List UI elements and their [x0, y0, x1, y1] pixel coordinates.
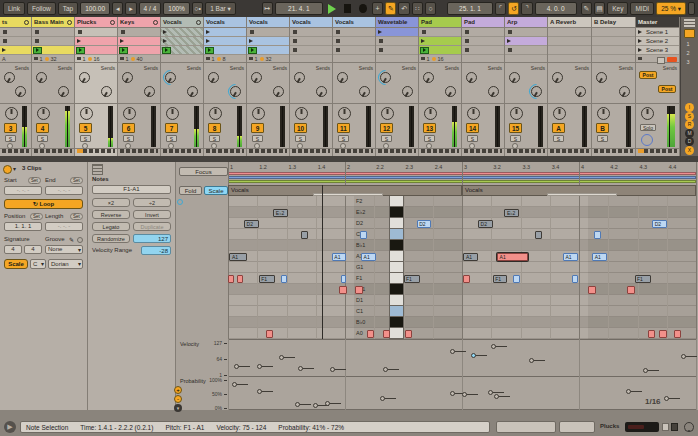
clip-slot[interactable]	[376, 37, 418, 46]
metronome-icon[interactable]: ○•	[192, 2, 203, 15]
signature-denominator-field[interactable]: 4	[24, 245, 42, 254]
track-header[interactable]: Vocals	[333, 17, 375, 28]
solo-button[interactable]: S	[295, 135, 306, 142]
midi-note[interactable]	[301, 231, 308, 239]
midi-note[interactable]: F1	[493, 275, 508, 283]
arrangement-position-field[interactable]: 21. 4. 1	[275, 2, 323, 14]
send-a-knob[interactable]	[122, 72, 133, 83]
send-a-knob[interactable]	[423, 72, 434, 83]
clip-slot[interactable]	[548, 37, 591, 46]
double-time-button[interactable]: ÷2	[133, 198, 171, 207]
midi-note[interactable]	[355, 286, 363, 294]
clip-slot[interactable]	[290, 28, 332, 37]
solo-button[interactable]: S	[37, 135, 48, 142]
midi-note[interactable]	[405, 330, 412, 338]
solo-button[interactable]: S	[5, 135, 16, 142]
scene-launch-icon[interactable]	[638, 39, 642, 43]
nudge-down-icon[interactable]: ◂	[112, 2, 123, 15]
clip-slot[interactable]	[75, 37, 117, 46]
track-activator-button[interactable]: 12	[380, 123, 393, 133]
send-a-knob[interactable]	[4, 72, 15, 83]
pan-knob[interactable]	[467, 107, 480, 120]
pan-knob[interactable]	[424, 107, 437, 120]
midi-note[interactable]	[674, 330, 681, 338]
session-record-icon[interactable]: ○	[425, 2, 436, 15]
arrangement-record-button[interactable]	[359, 4, 367, 13]
clip-slot[interactable]	[592, 46, 635, 55]
follow-arrow-icon[interactable]: ↦	[262, 2, 273, 15]
velocity-marker[interactable]	[234, 364, 239, 369]
pan-knob[interactable]	[209, 107, 222, 120]
end-set-button[interactable]: Set	[70, 177, 83, 184]
pan-knob[interactable]	[510, 107, 523, 120]
reverse-button[interactable]: Reverse	[92, 210, 130, 219]
track-activator-button[interactable]: 6	[122, 123, 135, 133]
clip-slot[interactable]	[247, 28, 289, 37]
send-b-knob[interactable]	[316, 86, 327, 97]
length-set-button[interactable]: Set	[70, 213, 83, 220]
crossfade-assign[interactable]	[421, 149, 459, 153]
track-header[interactable]: A Reverb	[548, 17, 591, 28]
capture-midi-icon[interactable]: ∷	[412, 2, 423, 15]
scene-row[interactable]: Scene 2	[636, 37, 679, 46]
midi-note[interactable]	[572, 275, 578, 283]
groove-commit-icon[interactable]	[77, 237, 83, 243]
clip-slot[interactable]	[462, 46, 504, 55]
loop-switch-icon[interactable]: ↺	[508, 2, 519, 15]
midi-overdub-icon[interactable]: +	[372, 2, 383, 15]
pan-knob[interactable]	[37, 107, 50, 120]
clip-slot[interactable]	[592, 28, 635, 37]
scale-highlight-button[interactable]: Scale	[204, 186, 228, 195]
track-activator-button[interactable]: 9	[251, 123, 264, 133]
probability-marker[interactable]	[462, 392, 467, 397]
key-map-button[interactable]: Key	[607, 2, 628, 14]
scene-launch-icon[interactable]	[638, 30, 642, 34]
midi-note[interactable]	[339, 286, 347, 294]
velocity-marker[interactable]	[491, 344, 496, 349]
automation-arm-icon[interactable]: ✎	[385, 2, 396, 15]
start-value-field[interactable]: -. -. -	[4, 186, 42, 195]
midi-note[interactable]: D2	[417, 220, 432, 228]
clip-slot[interactable]	[548, 46, 591, 55]
groove-select[interactable]: None▾	[45, 245, 83, 254]
track-activator-button[interactable]: A	[552, 123, 565, 133]
clip-playing-button[interactable]	[33, 47, 42, 54]
track-header[interactable]: B Delay	[592, 17, 635, 28]
start-set-button[interactable]: Set	[28, 177, 41, 184]
crossfade-assign[interactable]	[292, 149, 330, 153]
notification-bell-icon[interactable]	[684, 422, 694, 432]
pan-knob[interactable]	[381, 107, 394, 120]
send-b-knob[interactable]	[359, 86, 370, 97]
send-a-knob[interactable]	[251, 72, 262, 83]
computer-midi-keyboard-icon[interactable]: ▤	[594, 2, 605, 15]
solo-button[interactable]: S	[553, 135, 564, 142]
scene-row[interactable]: Scene 3	[636, 46, 679, 55]
pan-knob[interactable]	[597, 107, 610, 120]
pan-knob[interactable]	[123, 107, 136, 120]
clip-slot[interactable]	[32, 37, 74, 46]
midi-note[interactable]: A1	[229, 253, 247, 261]
track-header[interactable]: Bass Main	[32, 17, 74, 28]
loop-button[interactable]: ↻ Loop	[4, 199, 83, 209]
solo-button[interactable]: S	[467, 135, 478, 142]
pan-knob[interactable]	[641, 107, 654, 120]
send-a-knob[interactable]	[294, 72, 305, 83]
post-toggle-a[interactable]: Post	[639, 71, 657, 79]
send-a-knob[interactable]	[552, 72, 563, 83]
track-header[interactable]: Keys	[118, 17, 160, 28]
clip-slot[interactable]	[247, 37, 289, 46]
duplicate-button[interactable]: Duplicate	[133, 222, 171, 231]
crossfade-assign[interactable]	[163, 149, 201, 153]
clip-slot[interactable]	[333, 46, 375, 55]
midi-note[interactable]: A1	[592, 253, 607, 261]
crossfade-assign[interactable]	[249, 149, 287, 153]
clip-slot[interactable]	[462, 28, 504, 37]
tap-tempo-button[interactable]: Tap	[58, 2, 78, 14]
crossfade-assign[interactable]	[638, 149, 677, 153]
randomize-button[interactable]: Randomize	[92, 234, 130, 243]
clip-playing-button[interactable]	[76, 47, 85, 54]
clip-playing-button[interactable]	[162, 47, 171, 54]
pan-knob[interactable]	[338, 107, 351, 120]
midi-note[interactable]: D2	[478, 220, 493, 228]
midi-note[interactable]	[341, 275, 347, 283]
